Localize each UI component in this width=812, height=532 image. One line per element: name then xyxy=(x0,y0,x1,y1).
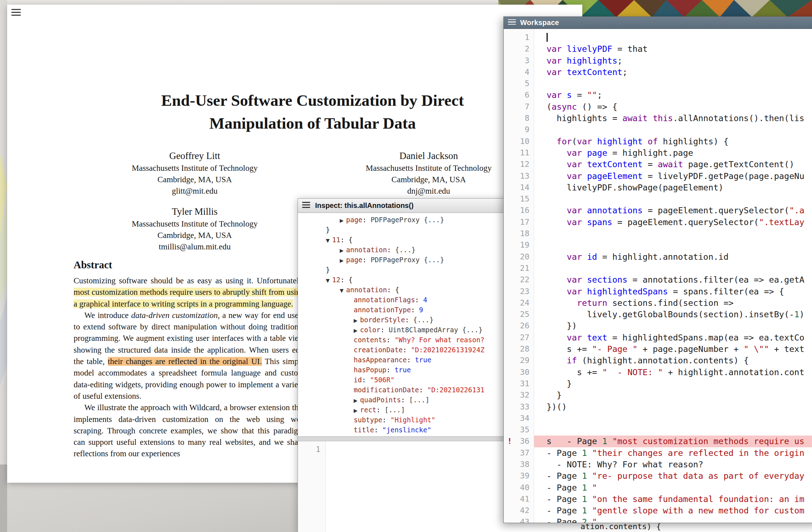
code-line[interactable]: 23 var highlightedSpans = spans.filter(e… xyxy=(504,286,812,297)
paper-title: End-User Software Customization by Direc… xyxy=(64,89,561,135)
code-line[interactable]: 2var livelyPDF = that xyxy=(504,43,812,55)
code-line[interactable]: 19 xyxy=(504,239,812,251)
code-line[interactable]: 32 } xyxy=(504,389,812,401)
code-line[interactable]: 3var highlights; xyxy=(504,55,812,66)
property-value: {...} xyxy=(413,316,434,324)
code-line[interactable]: 1 xyxy=(504,32,812,43)
line-number: 22 xyxy=(504,274,534,285)
code-line[interactable]: 15 xyxy=(504,193,812,205)
line-number: 17 xyxy=(504,217,534,228)
code-line[interactable]: 12 var textContent = await page.getTextC… xyxy=(504,159,812,170)
triangle-right-icon[interactable]: ▶ xyxy=(354,396,358,406)
code-line[interactable]: 29 if (highlight.annotation.contents) { xyxy=(504,355,812,366)
pdf-highlight-yellow: most customization methods require users… xyxy=(74,288,304,308)
code-line[interactable]: 42- Page 1 "gentle slope with a new meth… xyxy=(504,505,812,516)
triangle-right-icon[interactable]: ▶ xyxy=(354,406,358,416)
code-line[interactable]: 31 } xyxy=(504,378,812,389)
pdf-menu-icon[interactable] xyxy=(11,9,21,18)
workspace-menu-icon[interactable] xyxy=(508,19,516,26)
triangle-right-icon[interactable]: ▶ xyxy=(354,315,358,325)
desktop: End-User Software Customization by Direc… xyxy=(0,0,812,532)
code-line[interactable]: 8 highlights = await this.allAnnotations… xyxy=(504,113,812,124)
author-name: Tyler Millis xyxy=(79,205,311,218)
code-line[interactable]: 43- Page 2 " xyxy=(504,516,812,523)
line-number: 8 xyxy=(504,113,534,124)
workspace-title: Workspace xyxy=(520,19,559,27)
line-number: 40 xyxy=(504,482,534,493)
code-line[interactable]: 9 xyxy=(504,124,812,135)
triangle-right-icon[interactable]: ▶ xyxy=(340,245,344,255)
property-key: page xyxy=(346,216,363,224)
line-number: 32 xyxy=(504,389,534,401)
abstract-text: We introduce xyxy=(84,311,131,320)
property-value: { xyxy=(395,286,399,294)
code-line[interactable]: 24 return sections.find(section => xyxy=(504,297,812,309)
property-key: contents xyxy=(354,336,387,344)
code-line[interactable]: 14 livelyPDF.showPage(pageElement) xyxy=(504,182,812,193)
code-line[interactable]: 7(async () => { xyxy=(504,101,812,113)
code-line[interactable]: 5 xyxy=(504,78,812,89)
line-number: 34 xyxy=(504,413,534,424)
abstract-text: Customizing software should be as easy a… xyxy=(74,276,304,285)
triangle-down-icon[interactable]: ▼ xyxy=(340,285,344,295)
property-value: "506R" xyxy=(370,376,395,384)
triangle-right-icon[interactable]: ▶ xyxy=(354,325,358,335)
code-line[interactable]: 22 var sections = annotations.filter(ea … xyxy=(504,274,812,285)
property-value: true xyxy=(415,356,432,364)
line-number: 37 xyxy=(504,447,534,459)
code-line[interactable]: 28 s += "- Page " + page.pageNumber + " … xyxy=(504,343,812,355)
code-line[interactable]: !36s - Page 1 "most customization method… xyxy=(504,436,812,447)
property-value: "Highlight" xyxy=(390,416,435,424)
code-line[interactable]: 4var textContent; xyxy=(504,66,812,78)
desktop-wallpaper-edge xyxy=(0,0,7,532)
author-email: glitt@mit.edu xyxy=(79,185,311,197)
line-number: 10 xyxy=(504,136,534,147)
code-line[interactable]: 13 var pageElement = livelyPDF.getPage(p… xyxy=(504,170,812,182)
property-key: quadPoints xyxy=(360,396,401,404)
code-line[interactable]: 26 }) xyxy=(504,320,812,332)
line-number: 12 xyxy=(504,159,534,170)
code-line[interactable]: 34 xyxy=(504,413,812,424)
triangle-down-icon[interactable]: ▼ xyxy=(326,275,330,285)
property-key: page xyxy=(346,256,363,264)
code-line[interactable]: 27 var text = highlightedSpans.map(ea =>… xyxy=(504,332,812,343)
code-line[interactable]: 38 - NOTE: Why? For what reason? xyxy=(504,459,812,470)
triangle-down-icon[interactable]: ▼ xyxy=(326,235,330,245)
property-key: title xyxy=(354,426,374,434)
code-line[interactable]: 17 var spans = pageElement.querySelector… xyxy=(504,217,812,228)
inspector-menu-icon[interactable] xyxy=(302,202,310,209)
code-line[interactable]: 25 lively.getGlobalBounds(section).inset… xyxy=(504,309,812,320)
line-number: 25 xyxy=(504,309,534,320)
property-value: true xyxy=(394,366,411,374)
code-line[interactable]: 37- Page 1 "their changes are reflected … xyxy=(504,447,812,459)
author-location: Cambridge, MA, USA xyxy=(79,230,311,241)
code-line[interactable]: 40- Page 1 " xyxy=(504,482,812,493)
eval-gutter: 1 xyxy=(298,441,326,532)
triangle-right-icon[interactable]: ▶ xyxy=(340,215,344,225)
code-line[interactable]: 21 xyxy=(504,263,812,274)
code-line[interactable]: 18 xyxy=(504,228,812,239)
code-line[interactable]: 39- Page 1 "re- purpose that data as par… xyxy=(504,470,812,482)
code-line[interactable]: 16 var annotations = pageElement.querySe… xyxy=(504,205,812,216)
author-location: Cambridge, MA, USA xyxy=(79,174,311,185)
code-line[interactable]: 33})() xyxy=(504,401,812,413)
text-cursor xyxy=(547,33,548,42)
code-line[interactable]: 20 var id = highlight.annotation.id xyxy=(504,251,812,263)
line-number: 3 xyxy=(504,55,534,66)
property-value: [...] xyxy=(384,406,405,414)
code-line[interactable]: 41- Page 1 "on the same fundamental foun… xyxy=(504,493,812,505)
code-line[interactable]: 35 xyxy=(504,424,812,436)
author-block-3: Tyler Millis Massachusetts Institute of … xyxy=(79,205,311,253)
line-number: 5 xyxy=(504,78,534,89)
code-line[interactable]: 10 for(var highlight of highlights) { xyxy=(504,136,812,147)
line-number: 7 xyxy=(504,101,534,113)
code-line[interactable]: 30 s += " - NOTE: " + highlight.annotati… xyxy=(504,367,812,378)
author-block-1: Geoffrey Litt Massachusetts Institute of… xyxy=(79,149,311,197)
triangle-right-icon[interactable]: ▶ xyxy=(340,255,344,265)
code-line[interactable]: 6var s = ""; xyxy=(504,89,812,101)
code-line[interactable]: 11 var page = highlight.page xyxy=(504,147,812,159)
abstract-paragraphs: Customizing software should be as easy a… xyxy=(74,275,304,460)
code-editor[interactable]: 12var livelyPDF = that3var highlights;4v… xyxy=(504,29,812,523)
workspace-title-bar[interactable]: Workspace xyxy=(504,17,812,29)
property-key: hasAppearance xyxy=(354,356,407,364)
